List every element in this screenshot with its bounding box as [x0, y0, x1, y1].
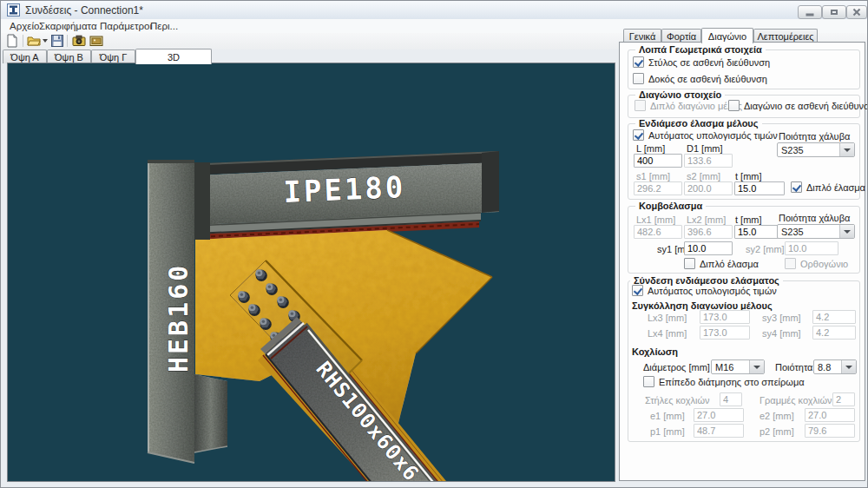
save-icon[interactable]	[50, 34, 64, 48]
s1-input[interactable]	[634, 181, 682, 195]
bolt-rows-input[interactable]	[832, 392, 855, 406]
beam-member: IPE180	[184, 151, 499, 234]
sy1-input[interactable]	[684, 241, 733, 255]
maximize-button[interactable]	[822, 5, 846, 19]
tab-general[interactable]: Γενικά	[623, 29, 661, 43]
bolt-columns-input[interactable]	[720, 392, 742, 406]
Lx3-input[interactable]	[700, 310, 750, 324]
bolt-grade-select[interactable]: 8.8	[813, 359, 857, 374]
Lx4-input[interactable]	[700, 326, 750, 340]
tab-details[interactable]: Λεπτομέρειες	[753, 29, 818, 43]
chevron-down-icon[interactable]	[841, 360, 856, 373]
column-label: HEB160	[163, 263, 194, 373]
group-diagonal-title: Διαγώνιο στοιχείο	[635, 89, 725, 100]
tab-view-3d[interactable]: 3D	[135, 49, 212, 64]
checkbox-diagonal-weak-axis[interactable]: Διαγώνιο σε ασθενή διεύθυνση	[728, 100, 868, 111]
e2-label: e2 [mm]	[760, 411, 794, 421]
checkbox-double-plate[interactable]: Διπλό έλασμα	[791, 181, 865, 193]
s1-label: s1 [mm]	[636, 171, 670, 181]
tab-view-a[interactable]: Όψη Α	[3, 49, 47, 63]
Lx2-label: Lx2 [mm]	[687, 214, 726, 225]
Lx4-label: Lx4 [mm]	[648, 328, 687, 339]
new-document-icon[interactable]	[5, 34, 19, 48]
open-folder-icon[interactable]	[27, 34, 41, 48]
p1-label: p1 [mm]	[650, 426, 685, 437]
steel-grade-select[interactable]: S235	[777, 142, 855, 157]
bolt-diameter-select[interactable]: M16	[711, 359, 765, 374]
tab-diagonal[interactable]: Διαγώνιο	[701, 28, 753, 43]
checkbox-icon[interactable]	[728, 100, 740, 111]
bolt-grade-label: Ποιότητα	[775, 362, 812, 373]
e2-input[interactable]	[805, 408, 855, 422]
checkbox-shear-thread[interactable]: Επίπεδο διάτμησης στο σπείρωμα	[643, 376, 805, 387]
checkbox-icon[interactable]	[632, 285, 643, 296]
viewport-3d[interactable]: IPE180	[7, 63, 615, 482]
L-label: L [mm]	[636, 143, 665, 154]
s2-input[interactable]	[684, 181, 733, 195]
sy3-label: sy3 [mm]	[762, 313, 801, 323]
checkbox-icon[interactable]	[643, 376, 654, 387]
group-geometry-title: Λοιπά Γεωμετρικά στοιχεία	[635, 44, 766, 55]
Lx1-label: Lx1 [mm]	[636, 214, 675, 225]
t-label: t [mm]	[735, 171, 762, 181]
checkbox-icon[interactable]	[635, 100, 646, 111]
bolt-rows-label: Γραμμές κοχλιών	[760, 395, 832, 406]
e1-label: e1 [mm]	[650, 411, 685, 421]
close-icon	[852, 8, 861, 16]
D1-input[interactable]	[684, 154, 733, 168]
checkbox-icon[interactable]	[633, 73, 644, 84]
chevron-down-icon[interactable]	[839, 225, 854, 238]
checkbox-column-weak-axis[interactable]: Στύλος σε ασθενή διεύθυνση	[633, 56, 770, 68]
steel-grade-label: Ποιότητα χάλυβα	[779, 131, 850, 142]
tab-view-c[interactable]: Όψη Γ	[91, 49, 135, 63]
bolt-columns-label: Στήλες κοχλιών	[645, 395, 710, 406]
Lx1-input[interactable]	[634, 225, 682, 239]
gusset-steel-grade-select[interactable]: S235	[777, 224, 855, 239]
sy4-input[interactable]	[812, 326, 856, 340]
open-dropdown-arrow-icon[interactable]	[43, 39, 48, 43]
checkbox-icon[interactable]	[633, 129, 644, 141]
checkbox-auto-calc-plate[interactable]: Αυτόματος υπολογισμός τιμών	[633, 129, 778, 141]
sy2-input[interactable]	[785, 241, 838, 255]
gusset-t-label: t [mm]	[735, 214, 762, 225]
menu-sketches[interactable]: Σκαριφήματα	[37, 21, 99, 31]
minimize-button[interactable]	[798, 5, 822, 19]
chevron-down-icon[interactable]	[749, 360, 764, 373]
menu-file[interactable]: Αρχείο	[8, 21, 41, 31]
Lx3-label: Lx3 [mm]	[648, 313, 687, 323]
group-gusset-title: Κομβοέλασμα	[635, 201, 706, 211]
beam-label: IPE180	[283, 169, 406, 209]
checkbox-gusset-double-plate[interactable]: Διπλό έλασμα	[684, 258, 759, 269]
L-input[interactable]	[634, 154, 682, 168]
camera-icon[interactable]	[72, 34, 86, 48]
checkbox-double-diagonal[interactable]: Διπλό διαγώνιο μέλος	[635, 100, 742, 111]
menu-about[interactable]: Περι...	[148, 21, 180, 31]
sy3-input[interactable]	[812, 310, 856, 324]
Lx2-input[interactable]	[684, 225, 733, 239]
checkbox-rectangular[interactable]: Ορθογώνιο	[785, 258, 848, 269]
toolbar-separator	[23, 35, 23, 47]
checkbox-icon[interactable]	[633, 56, 644, 68]
checkbox-auto-calc-connection[interactable]: Αυτόματος υπολογισμός τιμών	[632, 285, 777, 296]
tab-view-b[interactable]: Όψη Β	[47, 49, 91, 63]
p2-input[interactable]	[805, 424, 855, 438]
checkbox-beam-weak-axis[interactable]: Δοκός σε ασθενή διεύθυνση	[633, 73, 767, 84]
e1-input[interactable]	[694, 408, 744, 422]
menu-parameters[interactable]: Παράμετροι	[98, 21, 154, 31]
app-icon	[7, 3, 20, 16]
group-intermediate-title: Ενδιάμεσο έλασμα μέλους	[635, 118, 762, 129]
close-button[interactable]	[846, 5, 867, 19]
checkbox-icon[interactable]	[785, 258, 796, 269]
sy2-label: sy2 [mm]	[746, 244, 785, 254]
checkbox-icon[interactable]	[684, 258, 695, 269]
p1-input[interactable]	[694, 424, 744, 438]
image-export-icon[interactable]	[89, 34, 103, 48]
title-bar[interactable]: Συνδέσεις - Connection1*	[1, 1, 867, 20]
chevron-down-icon[interactable]	[839, 143, 854, 156]
t-input[interactable]	[734, 181, 785, 195]
bolt-diameter-label: Διάμετρος [mm]	[643, 362, 710, 373]
tab-loads[interactable]: Φορτία	[661, 29, 701, 43]
window-title: Συνδέσεις - Connection1*	[25, 4, 143, 16]
checkbox-icon[interactable]	[791, 181, 802, 193]
bolting-subheader: Κοχλίωση	[632, 346, 678, 357]
